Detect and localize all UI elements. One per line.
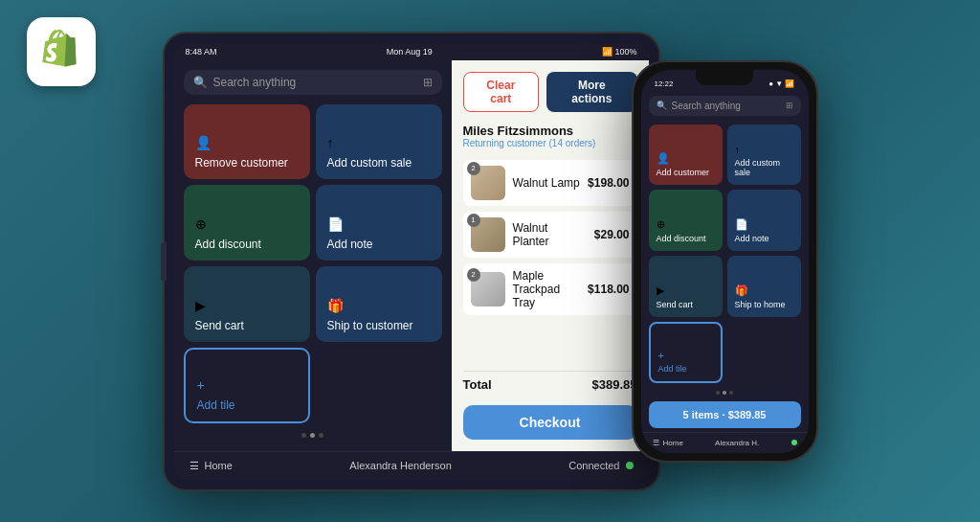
tablet-left-panel: 🔍 Search anything ⊞ 👤 Remove customer ↑ … [174,60,452,451]
phone-device: 12:22 ● ▼ 📶 🔍 Search anything ⊞ 👤 Add cu… [632,60,818,463]
cart-item: 1 Walnut Planter $29.00 [463,212,637,258]
cart-item-image-lamp: 2 [471,166,505,200]
cart-item-badge: 1 [467,214,480,227]
tablet-nav-home[interactable]: ☰ Home [189,460,233,472]
phone-add-tile-icon: + [658,350,713,361]
phone-tile-ship-to-home-label: Ship to home [735,300,793,309]
phone-tile-add-note[interactable]: 📄 Add note [727,190,801,251]
tile-add-custom-sale[interactable]: ↑ Add custom sale [316,104,442,180]
tile-remove-customer[interactable]: 👤 Remove customer [184,104,310,180]
phone-tile-send-cart[interactable]: ▶ Send cart [649,256,723,317]
phone-checkout-bar[interactable]: 5 items · $389.85 [649,401,801,428]
clear-cart-button[interactable]: Clear cart [463,72,540,112]
tablet-page-dots [184,429,442,442]
phone-tile-add-customer[interactable]: 👤 Add customer [649,125,723,186]
checkout-button[interactable]: Checkout [463,405,637,440]
tablet-nav-status-label: Connected [568,460,619,471]
phone-nav-staff: Alexandra H. [715,439,759,447]
tile-send-cart[interactable]: ▶ Send cart [184,266,310,342]
tablet-battery: 📶 100% [602,47,637,57]
phone-add-customer-icon: 👤 [657,152,715,165]
tile-add-discount-label: Add discount [195,238,299,251]
phone-tile-add-custom-sale-label: Add custom sale [735,158,793,177]
phone-hamburger-icon: ☰ [653,439,659,447]
customer-name: Miles Fitzsimmons [463,124,637,138]
tablet-cart-panel: Clear cart More actions Miles Fitzsimmon… [452,60,649,451]
tablet-search-bar[interactable]: 🔍 Search anything ⊞ [184,70,442,95]
tile-remove-customer-label: Remove customer [195,156,299,170]
phone-grid-icon: ⊞ [786,101,793,110]
tablet-nav-status: Connected [568,460,633,471]
dot-1 [301,433,306,438]
phone-tile-add-custom-sale[interactable]: ↑ Add custom sale [727,125,801,186]
cart-item-image-planter: 1 [471,217,505,252]
send-cart-icon: ▶ [195,298,299,313]
add-note-icon: 📄 [327,216,431,232]
phone-tile-add-note-label: Add note [735,234,793,243]
phone-search-placeholder: Search anything [672,101,781,111]
grid-icon: ⊞ [423,76,433,89]
phone-add-note-icon: 📄 [735,218,793,231]
customer-info: Miles Fitzsimmons Returning customer (14… [463,124,637,148]
cart-item-image-tray: 2 [471,272,505,306]
phone-notch [696,70,753,85]
hamburger-icon: ☰ [189,460,199,472]
tablet-content-area: 🔍 Search anything ⊞ 👤 Remove customer ↑ … [174,60,649,451]
phone-nav-home-label: Home [663,439,683,447]
cart-item-name-tray: Maple Trackpad Tray [513,269,581,309]
phone-tile-add-customer-label: Add customer [657,168,715,177]
tablet-nav-staff: Alexandra Henderson [349,460,451,471]
phone-tile-add-discount-label: Add discount [657,234,715,243]
connected-status-dot [626,462,634,469]
cart-item-name-planter: Walnut Planter [513,221,587,248]
phone-tile-send-cart-label: Send cart [657,300,715,309]
phone-tile-add-discount[interactable]: ⊕ Add discount [649,190,723,251]
cart-item-badge: 2 [467,162,480,175]
phone-tile-ship-to-home[interactable]: 🎁 Ship to home [727,256,801,317]
tile-ship-to-customer-label: Ship to customer [327,319,431,332]
tile-add-note-label: Add note [327,238,431,251]
phone-nav-home[interactable]: ☰ Home [653,439,683,447]
tablet-date: Mon Aug 19 [387,47,433,57]
tablet-device: 8:48 AM Mon Aug 19 📶 100% 🔍 Search anyth… [163,32,660,491]
ship-to-customer-icon: 🎁 [327,298,431,313]
phone-tile-grid: 👤 Add customer ↑ Add custom sale ⊕ Add d… [641,120,809,388]
app-background: 8:48 AM Mon Aug 19 📶 100% 🔍 Search anyth… [0,0,980,522]
phone-add-custom-sale-icon: ↑ [735,144,793,155]
more-actions-button[interactable]: More actions [546,72,636,112]
phone-dot-3 [729,391,733,395]
phone-search-bar[interactable]: 🔍 Search anything ⊞ [649,96,801,116]
remove-customer-icon: 👤 [195,135,299,150]
phone-ship-to-home-icon: 🎁 [735,284,793,297]
dot-3 [319,433,323,438]
cart-total-label: Total [463,377,492,392]
add-tile-icon: + [197,377,297,393]
tile-add-tile[interactable]: + Add tile [184,348,310,423]
phone-connected-dot [791,440,797,445]
cart-item-price-tray: $118.00 [588,283,629,296]
cart-total-row: Total $389.85 [463,371,637,397]
tablet-time: 8:48 AM [186,47,217,57]
cart-item-price-planter: $29.00 [594,228,630,241]
cart-items-list: 2 Walnut Lamp $198.00 1 [463,160,637,363]
search-icon: 🔍 [193,76,208,89]
phone-signal: ● ▼ 📶 [768,79,794,88]
tablet-nav-home-label: Home [205,460,233,471]
phone-nav-bar: ☰ Home Alexandra H. [641,432,809,453]
cart-total-amount: $389.85 [592,377,637,392]
shopify-logo [27,17,96,86]
tile-add-discount[interactable]: ⊕ Add discount [184,185,310,261]
tile-add-custom-sale-label: Add custom sale [327,156,431,170]
tablet-status-bar: 8:48 AM Mon Aug 19 📶 100% [174,43,649,60]
phone-time: 12:22 [655,79,674,88]
tile-ship-to-customer[interactable]: 🎁 Ship to customer [316,266,442,342]
tablet-tile-grid: 👤 Remove customer ↑ Add custom sale ⊕ Ad… [184,104,442,423]
cart-item-price-lamp: $198.00 [588,176,629,190]
phone-dot-1 [716,391,720,395]
tile-add-note[interactable]: 📄 Add note [316,185,442,261]
tablet-screen: 8:48 AM Mon Aug 19 📶 100% 🔍 Search anyth… [174,43,649,480]
phone-tile-add-tile[interactable]: + Add tile [649,322,723,383]
tablet-nav-bar: ☰ Home Alexandra Henderson Connected [174,451,649,480]
tile-add-tile-label: Add tile [197,398,297,412]
tablet-search-placeholder: Search anything [213,76,417,89]
